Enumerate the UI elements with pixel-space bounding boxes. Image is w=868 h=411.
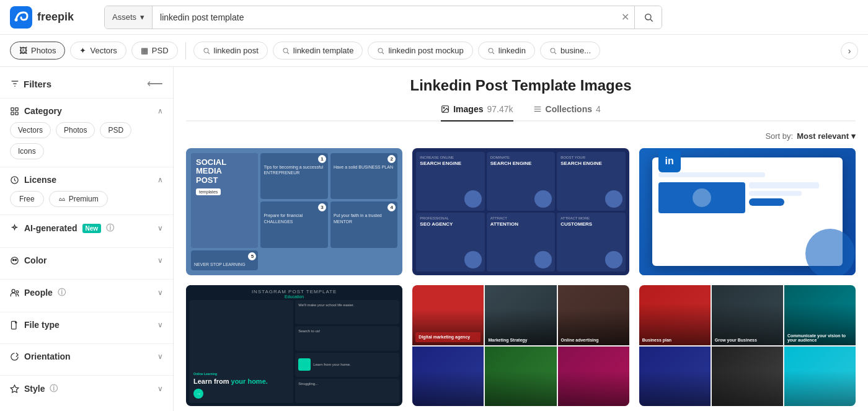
psd-chip-icon: ▦ (141, 46, 148, 55)
business-item-1: Business plan (639, 285, 711, 345)
sm-card-2: 2 Have a solid BUSINESS PLAN (330, 153, 397, 199)
license-premium-button[interactable]: Premium (49, 191, 108, 207)
content-tabs: Images 97.47k Collections 4 (186, 104, 856, 122)
svg-line-11 (492, 52, 494, 54)
svg-line-5 (208, 52, 210, 54)
search-icon (282, 47, 290, 55)
business-item-3: Communicate your vision to your audience (784, 285, 856, 345)
collapse-sidebar-button[interactable]: ⟵ (147, 77, 163, 91)
people-section-header[interactable]: People ⓘ ∨ (10, 287, 163, 298)
filetype-section-header[interactable]: File type ∨ (10, 320, 163, 330)
suggestion-label: linkedin (498, 46, 526, 55)
svg-line-13 (554, 52, 556, 54)
image-card-business-plan[interactable]: Business plan Grow your Business Communi… (639, 285, 856, 406)
learn-side-2: Search to us! (295, 326, 399, 350)
sm-card-4: 4 Put your faith in a trusted MENTOR (330, 201, 397, 247)
divider (185, 42, 186, 60)
filetype-icon (10, 320, 19, 330)
color-section-header[interactable]: Color ∨ (10, 255, 163, 265)
marketing-item-2: Marketing Strategy (485, 285, 556, 345)
sort-row: Sort by: Most relevant ▾ (186, 131, 856, 141)
image-card-linkedin-ui[interactable]: in (639, 148, 856, 275)
filetype-title: File type (10, 320, 60, 330)
svg-point-6 (283, 48, 288, 53)
filter-chip-psd[interactable]: ▦ PSD (131, 42, 178, 60)
main-layout: Filters ⟵ Category ∧ Vectors Photos PSD … (0, 67, 868, 411)
logo-text: freepik (37, 11, 74, 24)
search-type-label: Assets (112, 12, 136, 22)
filters-label: Filters (24, 79, 51, 89)
svg-point-26 (16, 290, 19, 293)
search-input[interactable] (153, 12, 616, 22)
image-card-search-engine[interactable]: INCREASE ONLINE SEARCH ENGINE DOMINATE S… (412, 148, 629, 275)
tab-images-label: Images (453, 104, 483, 114)
tab-images[interactable]: Images 97.47k (441, 104, 513, 122)
sm-card-3: 3 Prepare for financial CHALLENGES (260, 201, 327, 247)
ai-info-icon[interactable]: ⓘ (106, 223, 114, 234)
style-collapse-icon: ∨ (157, 384, 163, 393)
orientation-collapse-icon: ∨ (157, 352, 163, 361)
search-type-dropdown[interactable]: Assets ▾ (105, 6, 153, 29)
category-tag-psd[interactable]: PSD (100, 122, 131, 138)
style-icon (10, 384, 19, 394)
category-section-header[interactable]: Category ∧ (10, 106, 163, 116)
svg-point-24 (15, 259, 17, 261)
license-section-header[interactable]: License ∧ (10, 175, 163, 185)
business-label-3: Communicate your vision to your audience (787, 334, 852, 342)
category-tag-icons[interactable]: Icons (10, 143, 44, 159)
image-card-learn-home[interactable]: INSTAGRAM POST TEMPLATE Education Online… (186, 285, 402, 406)
filter-chip-photos[interactable]: 🖼 Photos (10, 42, 65, 60)
svg-point-30 (443, 107, 445, 108)
business-item-4 (639, 347, 711, 407)
chevron-down-icon: ▾ (140, 12, 144, 22)
filter-suggestion-linkedin-post[interactable]: linkedin post (193, 42, 268, 60)
learn-main-card: Online Learning Learn from your home. → (189, 300, 293, 403)
clear-search-button[interactable]: ✕ (616, 6, 634, 29)
search-button[interactable] (634, 6, 662, 29)
logo[interactable]: freepik (10, 6, 97, 29)
ai-section-header[interactable]: AI-generated New ⓘ ∨ (10, 223, 163, 234)
category-tag-vectors[interactable]: Vectors (10, 122, 51, 138)
marketing-item-6 (558, 347, 629, 407)
svg-rect-18 (16, 107, 18, 110)
filter-suggestion-linkedin[interactable]: linkedin (478, 42, 535, 60)
sm-card-1: 1 Tips for becoming a successful ENTREPR… (260, 153, 327, 199)
filter-suggestion-linkedin-mockup[interactable]: linkedin post mockup (368, 42, 472, 60)
orientation-title: Orientation (10, 351, 71, 361)
people-info-icon[interactable]: ⓘ (58, 287, 66, 298)
color-icon (10, 256, 19, 265)
style-info-icon[interactable]: ⓘ (50, 383, 58, 394)
orientation-section-header[interactable]: Orientation ∨ (10, 351, 163, 361)
filter-bar: 🖼 Photos ✦ Vectors ▦ PSD linkedin post l… (0, 35, 868, 67)
category-tag-photos[interactable]: Photos (56, 122, 95, 138)
tab-collections[interactable]: Collections 4 (533, 104, 601, 120)
se-item-4: PROFESSIONAL SEO AGENCY (416, 213, 484, 272)
image-grid: SOCIALMEDIAPOST templates 1 Tips for bec… (186, 148, 856, 406)
filter-suggestion-business[interactable]: busine... (540, 42, 600, 60)
search-icon (487, 47, 495, 55)
tab-collections-label: Collections (546, 104, 592, 114)
license-free-button[interactable]: Free (10, 191, 44, 207)
tab-collections-count: 4 (596, 104, 601, 114)
sort-dropdown[interactable]: Most relevant ▾ (797, 131, 856, 141)
filter-suggestion-linkedin-template[interactable]: linkedin template (273, 42, 363, 60)
image-card-social-media[interactable]: SOCIALMEDIAPOST templates 1 Tips for bec… (186, 148, 402, 275)
se-item-3: BOOST YOUR SEARCH ENGINE (557, 152, 625, 211)
filter-next-button[interactable]: › (841, 42, 858, 60)
svg-point-23 (12, 259, 14, 261)
tab-images-count: 97.47k (487, 104, 513, 114)
svg-point-25 (12, 289, 15, 292)
business-label-1: Business plan (642, 338, 707, 342)
se-item-6: ATTRACT MORE CUSTOMERS (557, 213, 625, 272)
image-card-marketing[interactable]: Digital marketing agency Marketing Strat… (412, 285, 629, 406)
svg-point-12 (551, 48, 555, 53)
sidebar-section-filetype: File type ∨ (0, 312, 173, 343)
suggestion-label: linkedin post (214, 46, 259, 55)
filters-title: Filters (10, 79, 51, 89)
filter-chip-vectors[interactable]: ✦ Vectors (70, 42, 126, 60)
content-area: Linkedin Post Template Images Images 97.… (174, 67, 868, 411)
suggestion-label: linkedin post mockup (388, 46, 463, 55)
collections-tab-icon (533, 105, 542, 113)
sort-value-text: Most relevant (797, 131, 849, 141)
style-section-header[interactable]: Style ⓘ ∨ (10, 383, 163, 394)
